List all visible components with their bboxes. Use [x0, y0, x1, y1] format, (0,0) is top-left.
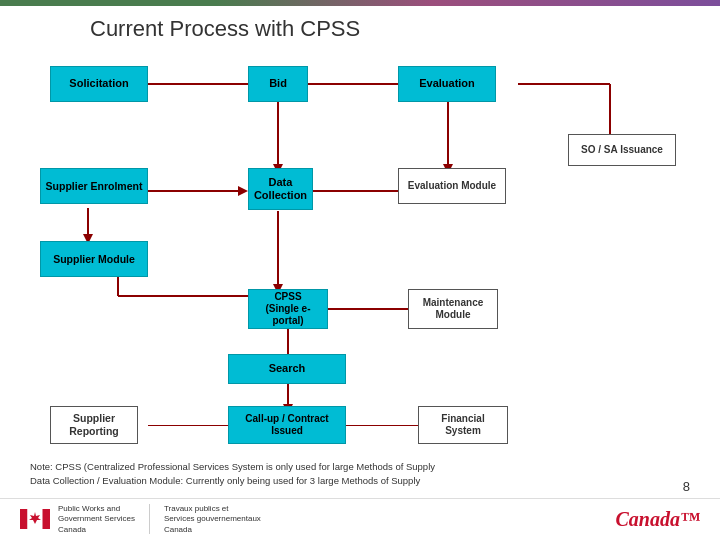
- footer-divider: [149, 504, 150, 534]
- evaluation-module-box: Evaluation Module: [398, 168, 506, 204]
- footer-org-text: Public Works and Government Services Can…: [58, 504, 135, 535]
- slide-title: Current Process with CPSS: [90, 16, 690, 42]
- supplier-enrolment-box: Supplier Enrolment: [40, 168, 148, 204]
- svg-rect-34: [43, 509, 51, 529]
- notes-area: Note: CPSS (Centralized Professional Ser…: [0, 456, 720, 493]
- cpss-box: CPSS (Single e-portal): [248, 289, 328, 329]
- note-line1: Note: CPSS (Centralized Professional Ser…: [30, 460, 690, 474]
- canada-wordmark: Canada™: [616, 508, 700, 531]
- call-up-box: Call-up / Contract Issued: [228, 406, 346, 444]
- so-sa-box: SO / SA Issuance: [568, 134, 676, 166]
- supplier-reporting-box: Supplier Reporting: [50, 406, 138, 444]
- maintenance-module-box: Maintenance Module: [408, 289, 498, 329]
- search-box: Search: [228, 354, 346, 384]
- financial-system-box: Financial System: [418, 406, 508, 444]
- footer-logo-left: Public Works and Government Services Can…: [20, 504, 261, 535]
- solicitation-box: Solicitation: [50, 66, 148, 102]
- canada-flag-icon: [20, 509, 50, 529]
- bid-box: Bid: [248, 66, 308, 102]
- data-collection-box: Data Collection: [248, 168, 313, 210]
- page-number: 8: [683, 479, 690, 494]
- supplier-module-box: Supplier Module: [40, 241, 148, 277]
- footer-bar: Public Works and Government Services Can…: [0, 498, 720, 540]
- svg-rect-32: [20, 509, 28, 529]
- note-line2: Data Collection / Evaluation Module: Cur…: [30, 474, 690, 488]
- slide-content: Current Process with CPSS: [0, 6, 720, 498]
- diagram-area: Solicitation Bid Evaluation SO / SA Issu…: [30, 56, 690, 426]
- evaluation-box: Evaluation: [398, 66, 496, 102]
- footer-org-fr-text: Travaux publics et Services gouvernement…: [164, 504, 261, 535]
- svg-marker-12: [238, 186, 248, 196]
